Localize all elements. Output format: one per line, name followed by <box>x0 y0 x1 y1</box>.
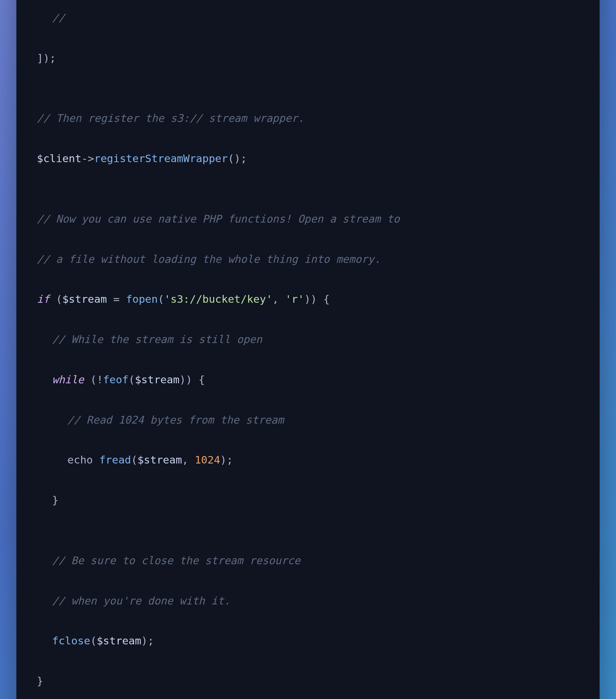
paren-open: ( <box>131 453 137 466</box>
function: fclose <box>52 634 90 647</box>
brace-open: )) { <box>304 293 330 305</box>
comment: // Read 1024 bytes from the stream <box>68 414 284 426</box>
variable: $stream <box>96 634 141 647</box>
comment: // when you're done with it. <box>52 595 231 607</box>
string: 'r' <box>285 293 304 305</box>
function: fopen <box>126 293 158 305</box>
brackets-close: ]); <box>37 52 56 64</box>
code-block[interactable]: // Get the client from a Laravel disk. $… <box>37 0 579 699</box>
arrow: -> <box>81 152 94 164</box>
paren-open: ( <box>90 634 97 647</box>
comment: // Now you can use native PHP functions!… <box>37 213 400 225</box>
method: registerStreamWrapper <box>94 152 228 164</box>
comment: // While the stream is still open <box>52 333 262 345</box>
brace-close: } <box>52 494 59 506</box>
comment: // Be sure to close the stream resource <box>52 554 300 567</box>
line-end: (); <box>228 152 247 164</box>
paren: (! <box>84 373 103 386</box>
variable: $stream <box>137 453 182 466</box>
comma: , <box>272 293 285 305</box>
keyword-if: if <box>37 293 50 305</box>
keyword-echo: echo <box>68 453 99 466</box>
paren-open: ( <box>158 293 164 305</box>
keyword-while: while <box>52 373 84 386</box>
comment: // Then register the s3:// stream wrappe… <box>37 112 304 124</box>
variable: $stream <box>135 373 179 386</box>
number: 1024 <box>195 453 220 466</box>
comma: , <box>182 453 195 466</box>
operator: = <box>107 293 126 305</box>
function: feof <box>103 373 129 386</box>
paren: ( <box>50 293 62 305</box>
brace-open: )) { <box>179 373 205 386</box>
string: 's3://bucket/key' <box>164 293 272 305</box>
line-end: ); <box>220 453 233 466</box>
line-end: ); <box>141 634 154 647</box>
comment: // a file without loading the whole thin… <box>37 253 381 265</box>
code-card: // Get the client from a Laravel disk. $… <box>16 0 600 699</box>
variable: $stream <box>63 293 107 305</box>
comment: // <box>52 12 65 24</box>
paren-open: ( <box>129 373 135 386</box>
brace-close: } <box>37 675 43 687</box>
variable: $client <box>37 152 81 164</box>
function: fread <box>99 453 131 466</box>
